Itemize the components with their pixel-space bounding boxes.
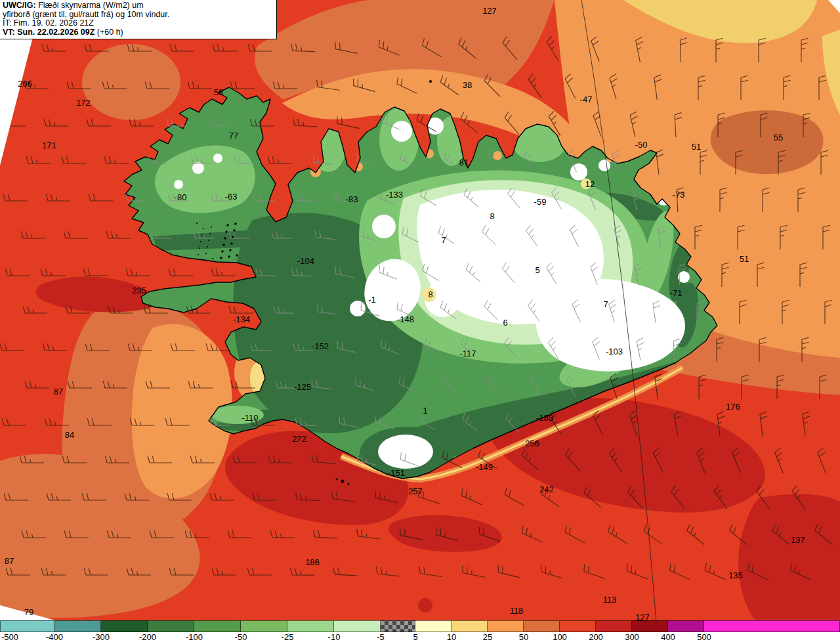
flux-value-label: 171 [42,140,56,150]
flux-value-label: 87 [5,556,14,566]
flux-value-label: 118 [510,606,524,616]
colorbar-tick-label: 5 [413,632,417,642]
flux-value-label: 6 [503,318,507,328]
flux-value-label: -133 [386,190,403,200]
title-line-2: yfirborð (grænt til, gul/rautt frá) og 1… [3,11,273,20]
colorbar-tick-label: -200 [139,632,156,642]
flux-value-label: 51 [740,254,749,264]
flux-value-label: 256 [525,439,539,448]
flux-value-label: 8 [490,211,494,221]
colorbar-tick-label: 50 [519,632,528,642]
colorbar-tick-label: -10 [328,632,341,642]
colorbar-tick-label: -50 [235,632,247,642]
flux-value-label: -47 [580,95,593,104]
flux-value-label: 172 [76,98,91,108]
colorbar-tick-label: -400 [46,632,63,642]
sea-darkred-corner [738,494,840,620]
colorbar-segment [704,620,840,632]
flux-value-label: -110 [242,413,258,423]
flux-value-label: 5 [535,265,539,275]
colorbar-segment [101,620,148,632]
flux-value-label: -83 [346,194,358,204]
colorbar-tick-label: 300 [625,632,639,642]
flux-value-label: -1 [368,295,376,305]
flux-value-label: -59 [534,197,547,207]
flux-value-label: -71 [670,288,682,298]
sea-darkred-dot [418,598,432,612]
colorbar-segment [54,620,101,632]
colorbar-tick-label: -25 [282,632,294,642]
flux-value-label: 242 [539,484,554,494]
flux-value-label: 79 [24,607,33,617]
flux-value-label: 127 [482,6,497,16]
flux-value-label: 58 [214,87,223,97]
flux-value-label: 113 [603,595,617,605]
flux-value-label: 137 [791,535,805,545]
flux-value-label: -50 [635,140,648,150]
colorbar-legend: -500-400-300-200-100-50-25-10-5510255010… [0,620,840,642]
title-line-4: VT: Sun. 22.02.2026 09Z (+60 h) [3,28,273,37]
colorbar-segment [415,620,452,632]
sea-salmon-nw [82,44,180,120]
flux-value-label: 55 [774,133,783,142]
colorbar-tick-label: 500 [697,632,711,642]
colorbar-segment [488,620,524,632]
flux-value-label: 186 [305,557,320,567]
flux-value-label: 257 [408,486,423,496]
colorbar-segment [524,620,560,632]
colorbar-segment [560,620,596,632]
flux-value-label: -149 [476,462,493,472]
flux-value-label: 84 [65,430,74,440]
colorbar-tick-label: -100 [186,632,203,642]
flux-value-label: -148 [397,314,414,324]
flux-value-label: -125 [294,382,311,392]
colorbar-segment [334,620,381,632]
flux-value-label: 1 [423,406,427,416]
flux-value-label: 7 [441,235,446,245]
flux-value-label: -117 [459,349,476,358]
flux-value-label: 176 [726,402,740,412]
flux-value-label: 8 [428,289,432,299]
colorbar-segment [194,620,241,632]
flux-value-label: 272 [292,434,306,444]
iceland-heatflux-map: 2061721715877-80-63-83-133-104388187-591… [0,0,840,621]
flux-value-label: -73 [673,190,685,200]
colorbar-tick-label: -300 [93,632,110,642]
colorbar-tick-label: 200 [589,632,603,642]
flux-value-label: 135 [728,570,743,580]
colorbar-segment [632,620,668,632]
flux-value-label: -104 [297,256,314,266]
flux-value-label: -103 [606,347,623,356]
flux-value-label: -80 [175,192,187,202]
flux-value-label: -151 [388,468,405,478]
weather-map-screen: 2061721715877-80-63-83-133-104388187-591… [0,0,840,642]
colorbar-segment [148,620,194,632]
colorbar-tick-label: 100 [553,632,567,642]
colorbar-segment [0,620,54,632]
colorbar-tick-label: 400 [661,632,675,642]
colorbar-tick-label: -500 [1,632,18,642]
map-title-box: UWC/IG: Flæði skynvarma (W/m2) um yfirbo… [0,0,277,39]
flux-value-label: 51 [692,142,701,152]
colorbar-segment [287,620,334,632]
colorbar-segment [381,620,415,632]
title-line-3: IT: Fim. 19. 02. 2026 21Z [3,19,273,28]
flux-value-label: 77 [229,131,238,140]
colorbar-segment [596,620,632,632]
colorbar-tick-label: 10 [447,632,456,642]
flux-value-label: 206 [18,79,32,89]
flux-value-label: -134 [233,314,250,324]
flux-value-label: 81 [459,158,469,167]
flux-value-label: 7 [603,299,608,309]
flux-value-label: -183 [536,413,553,423]
colorbar-segment [452,620,488,632]
flux-value-label: 87 [54,387,63,396]
colorbar-segment [668,620,704,632]
flux-value-label: -152 [312,341,329,351]
colorbar-segment [241,620,287,632]
colorbar-tick-label: -5 [377,632,385,642]
title-line-1: UWC/IG: Flæði skynvarma (W/m2) um [3,1,273,11]
colorbar-tick-label: 25 [483,632,492,642]
flux-value-label: 38 [463,80,472,90]
flux-value-label: 12 [585,179,595,189]
